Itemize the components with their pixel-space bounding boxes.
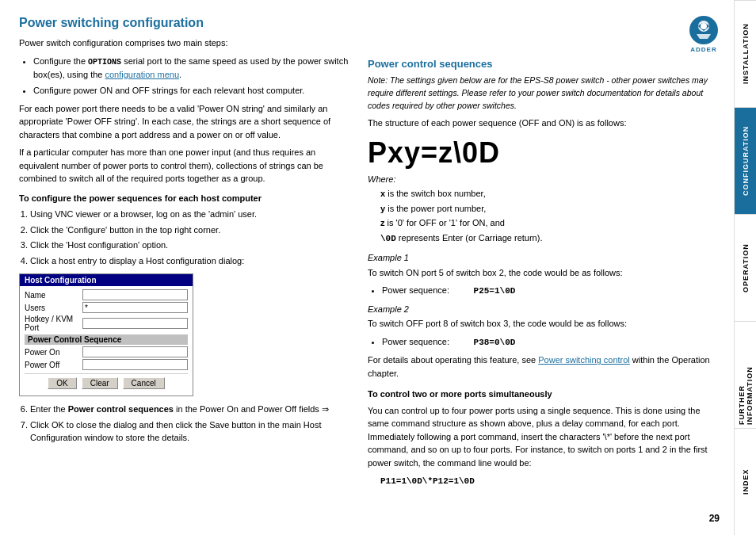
power-switching-link[interactable]: Power switching control — [538, 355, 630, 365]
example2-seq: Power sequence: P38=0\0D — [382, 335, 718, 350]
dialog-row-power-on: Power On — [25, 346, 188, 357]
left-column: Power switching configuration Power swit… — [19, 16, 352, 519]
right-section-title: Power control sequences — [368, 58, 718, 70]
page-number: 29 — [709, 510, 726, 527]
var-0d: \0D — [380, 234, 396, 243]
example2-list: Power sequence: P38=0\0D — [382, 335, 718, 350]
ok-button[interactable]: OK — [48, 377, 76, 389]
clear-button[interactable]: Clear — [82, 377, 118, 389]
dialog-row-power-off: Power Off — [25, 359, 188, 370]
where-items: x is the switch box number, y is the pow… — [380, 187, 718, 245]
page-title: Power switching configuration — [19, 16, 352, 30]
control-example-code: P11=1\0D\*P12=1\0D — [380, 476, 475, 486]
step-6: Enter the Power control sequences in the… — [30, 403, 352, 416]
control-heading: To control two or more ports simultaneou… — [368, 388, 718, 401]
example1-seq: Power sequence: P25=1\0D — [382, 284, 718, 298]
right-column: ADDER Power control sequences Note: The … — [368, 16, 718, 519]
structure-intro: The structure of each power sequence (OF… — [368, 117, 718, 130]
dialog-row-hotkey: Hotkey / KVM Port — [25, 315, 188, 332]
note-text: Note: The settings given below are for t… — [368, 75, 718, 112]
svg-point-1 — [701, 23, 707, 29]
example2-label: Example 2 — [368, 303, 718, 316]
control-para: You can control up to four power ports u… — [368, 404, 718, 470]
example1-seq-value: P25=1\0D — [474, 286, 516, 296]
field-input-power-off[interactable] — [82, 359, 188, 370]
bullet-list: Configure the OPTIONS serial port to the… — [33, 55, 352, 97]
example2-seq-value: P38=0\0D — [474, 338, 516, 347]
more-info: For details about operating this feature… — [368, 353, 718, 380]
config-menu-link[interactable]: configuration menu — [105, 70, 180, 79]
field-input-power-on[interactable] — [82, 346, 188, 357]
where-x-text: is the switch box number, — [385, 189, 486, 198]
field-input-name[interactable] — [82, 289, 188, 300]
step-1: Using VNC viewer or a browser, log on as… — [30, 208, 352, 221]
host-config-dialog: Host Configuration Name Users Hotkey / K… — [19, 273, 193, 396]
field-label-users: Users — [25, 304, 82, 312]
control-example: P11=1\0D\*P12=1\0D — [380, 474, 718, 488]
logo-icon — [692, 18, 716, 42]
step-3: Click the 'Host configuration' option. — [30, 239, 352, 252]
step6-post: in the Power On and Power Off fields ⇒ — [174, 404, 329, 414]
example1-label: Example 1 — [368, 251, 718, 265]
example2-desc: To switch OFF port 8 of switch box 3, th… — [368, 317, 718, 331]
step-7: Click OK to close the dialog and then cl… — [30, 418, 352, 445]
tab-installation[interactable]: INSTALLATION — [735, 0, 756, 107]
tab-configuration[interactable]: CONFIGURATION — [735, 107, 756, 214]
right-sidebar: INSTALLATION CONFIGURATION OPERATION FUR… — [734, 0, 756, 535]
field-input-hotkey[interactable] — [82, 318, 188, 329]
bullet1-pre: Configure the — [33, 56, 88, 66]
options-keyword: OPTIONS — [88, 58, 121, 67]
bold-heading: To configure the power sequences for eac… — [19, 192, 352, 205]
where-z: z is '0' for OFF or '1' for ON, and — [380, 216, 718, 230]
pxy-code-display: Pxy=z\0D — [368, 136, 718, 170]
field-label-power-on: Power On — [25, 348, 82, 357]
where-0d: \0D represents Enter (or Carriage return… — [380, 231, 718, 246]
dialog-row-users: Users — [25, 302, 188, 313]
dialog-title-bar: Host Configuration — [20, 274, 193, 286]
tab-index[interactable]: INDEX — [735, 428, 756, 535]
field-input-users[interactable] — [82, 302, 188, 313]
where-y: y is the power port number, — [380, 202, 718, 216]
logo-circle — [689, 16, 718, 44]
bullet-item-1: Configure the OPTIONS serial port to the… — [33, 55, 352, 82]
step-4: Click a host entry to display a Host con… — [30, 254, 352, 268]
power-section-label: Power Control Sequence — [25, 334, 188, 345]
brand-name: ADDER — [690, 46, 716, 53]
intro-text: Power switch configuration comprises two… — [19, 36, 352, 50]
where-y-text: is the power port number, — [385, 204, 486, 213]
step6-pre: Enter the — [30, 404, 68, 414]
example1-list: Power sequence: P25=1\0D — [382, 284, 718, 298]
field-label-power-off: Power Off — [25, 361, 82, 369]
para1: For each power port there needs to be a … — [19, 102, 352, 142]
where-x: x is the switch box number, — [380, 187, 718, 201]
para2: If a particular computer has more than o… — [19, 146, 352, 185]
bullet-item-2: Configure power ON and OFF strings for e… — [33, 84, 352, 97]
where-z-text: is '0' for OFF or '1' for ON, and — [385, 218, 505, 227]
steps-continued: Enter the Power control sequences in the… — [30, 403, 352, 445]
field-label-hotkey: Hotkey / KVM Port — [25, 315, 82, 332]
adder-logo: ADDER — [689, 16, 718, 53]
tab-operation[interactable]: OPERATION — [735, 214, 756, 321]
dialog-row-name: Name — [25, 289, 188, 300]
field-label-name: Name — [25, 291, 82, 300]
example1-desc: To switch ON port 5 of switch box 2, the… — [368, 266, 718, 280]
steps-list: Using VNC viewer or a browser, log on as… — [30, 208, 352, 267]
dialog-body: Name Users Hotkey / KVM Port Power Contr… — [20, 286, 193, 396]
example1-seq-label: Power sequence: — [382, 285, 449, 295]
where-0d-text: represents Enter (or Carriage return). — [396, 233, 543, 243]
step6-bold: Power control sequences — [68, 404, 174, 414]
tab-further-information[interactable]: FURTHER INFORMATION — [735, 321, 756, 428]
step-2: Click the 'Configure' button in the top … — [30, 224, 352, 237]
cancel-button[interactable]: Cancel — [123, 377, 165, 389]
bullet1-end: . — [179, 70, 181, 79]
example2-seq-label: Power sequence: — [382, 337, 449, 346]
more-info-pre: For details about operating this feature… — [368, 355, 538, 365]
dialog-buttons: OK Clear Cancel — [25, 373, 188, 392]
where-label: Where: — [368, 173, 718, 186]
